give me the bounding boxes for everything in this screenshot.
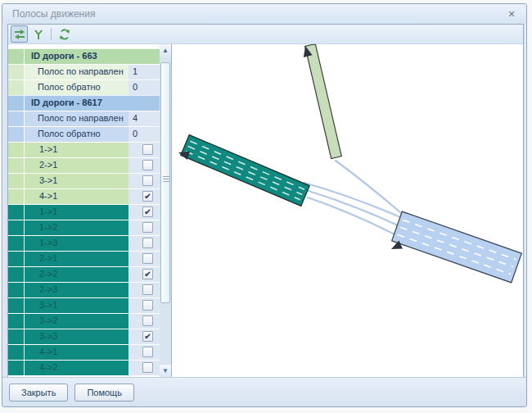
lane-checkbox[interactable]	[142, 175, 153, 186]
row-value	[128, 236, 160, 251]
row-value: 1	[128, 65, 160, 79]
table-row[interactable]: ID дороги - 663	[8, 48, 160, 64]
row-value: ✔	[128, 267, 160, 282]
row-label: 3->1	[25, 174, 128, 188]
table-row[interactable]: Полос по направлен1	[8, 64, 160, 79]
row-gutter	[8, 298, 25, 313]
row-label: 3->1	[25, 298, 128, 313]
toolbar-separator	[51, 28, 52, 40]
lane-checkbox[interactable]	[142, 222, 153, 233]
lane-checkbox[interactable]	[142, 315, 153, 326]
row-value	[128, 143, 160, 157]
table-row[interactable]: 4->1✔	[8, 188, 160, 204]
table-row[interactable]: 2->1	[8, 251, 160, 266]
table-row[interactable]: ID дороги - 8617	[8, 95, 160, 111]
row-gutter	[8, 80, 25, 95]
lane-checkbox[interactable]	[142, 238, 153, 248]
refresh-icon[interactable]	[56, 25, 73, 43]
lane-connector-line[interactable]	[336, 161, 401, 213]
row-label: ID дороги - 663	[25, 49, 128, 64]
row-label: 2->2	[25, 267, 128, 282]
table-row[interactable]: 3->1	[8, 173, 160, 188]
row-label: 2->1	[25, 252, 128, 266]
close-icon[interactable]: ✕	[505, 7, 518, 20]
lane-checkbox[interactable]: ✔	[142, 206, 153, 217]
row-gutter	[8, 111, 25, 126]
lane-connector-line[interactable]	[308, 197, 394, 234]
row-value	[128, 298, 160, 313]
main-area: ID дороги - 663Полос по направлен1Полос …	[8, 44, 523, 378]
lane-merge-icon[interactable]	[11, 25, 28, 43]
row-value: 0	[128, 80, 160, 95]
row-label: 1->1	[25, 143, 128, 157]
scroll-down-icon[interactable]: ▼	[160, 365, 171, 378]
table-row[interactable]: Полос по направлен4	[8, 111, 160, 126]
road-segment-8617-opposite[interactable]	[392, 211, 522, 283]
lane-checkbox[interactable]	[142, 253, 153, 264]
table-row[interactable]: 4->2	[8, 360, 160, 375]
scroll-up-icon[interactable]: ▲	[160, 44, 171, 57]
row-value	[128, 49, 160, 64]
lanes-table-wrap: ID дороги - 663Полос по направлен1Полос …	[8, 44, 171, 378]
table-row[interactable]: Полос обратно0	[8, 126, 160, 142]
table-row[interactable]: 3->2	[8, 313, 160, 329]
footer-bar: Закрыть Помощь	[2, 377, 526, 406]
row-value: ✔	[128, 205, 160, 220]
row-label: 4->1	[25, 345, 128, 360]
row-value: 0	[128, 127, 160, 142]
lane-checkbox[interactable]: ✔	[142, 191, 153, 202]
vertical-scrollbar[interactable]: ▲ ▼	[160, 44, 171, 378]
table-row[interactable]: 4->1	[8, 344, 160, 360]
diagram-svg	[172, 44, 523, 378]
table-row[interactable]: 1->2	[8, 220, 160, 235]
road-segment-663[interactable]	[305, 44, 342, 159]
row-gutter	[8, 158, 25, 173]
lane-checkbox[interactable]	[142, 300, 153, 311]
row-gutter	[8, 127, 25, 142]
row-gutter	[8, 236, 25, 251]
titlebar[interactable]: Полосы движения ✕	[2, 4, 526, 24]
table-row[interactable]: 3->3✔	[8, 329, 160, 344]
table-row[interactable]: 2->2✔	[8, 266, 160, 282]
row-label: 4->2	[25, 361, 128, 375]
row-label: 1->2	[25, 220, 128, 235]
row-value	[128, 361, 160, 375]
road-segment-8617-selected[interactable]	[181, 135, 309, 206]
lane-checkbox[interactable]	[142, 160, 153, 170]
lane-checkbox[interactable]	[142, 144, 153, 155]
table-row[interactable]: 3->1	[8, 297, 160, 313]
fork-icon[interactable]	[29, 25, 47, 43]
help-button[interactable]: Помощь	[74, 384, 134, 402]
row-gutter	[8, 314, 25, 329]
close-button[interactable]: Закрыть	[9, 384, 68, 402]
road-diagram[interactable]	[171, 44, 523, 378]
row-value	[128, 158, 160, 173]
table-row[interactable]: 1->3	[8, 235, 160, 251]
row-value	[128, 283, 160, 297]
dialog-title: Полосы движения	[12, 8, 95, 20]
lane-checkbox[interactable]: ✔	[142, 269, 153, 279]
row-label: Полос обратно	[25, 127, 128, 142]
row-gutter	[8, 267, 25, 282]
row-label: 4->1	[25, 189, 128, 204]
row-value: ✔	[128, 189, 160, 204]
scrollbar-thumb[interactable]	[160, 62, 170, 303]
lane-checkbox[interactable]	[142, 347, 153, 357]
row-value	[128, 174, 160, 188]
lane-checkbox[interactable]: ✔	[142, 331, 153, 342]
lane-checkbox[interactable]	[142, 362, 153, 373]
lane-checkbox[interactable]	[142, 284, 153, 295]
row-label: 2->1	[25, 158, 128, 173]
table-row[interactable]: 2->1	[8, 157, 160, 173]
row-label: 1->3	[25, 236, 128, 251]
row-value	[128, 220, 160, 235]
row-label: 3->2	[25, 314, 128, 329]
row-value: 4	[128, 111, 160, 126]
table-row[interactable]: 2->3	[8, 282, 160, 297]
table-row[interactable]: 1->1	[8, 142, 160, 157]
toolbar	[8, 25, 523, 44]
table-row[interactable]: Полос обратно0	[8, 79, 160, 95]
row-value	[128, 252, 160, 266]
table-row[interactable]: 1->1✔	[8, 204, 160, 220]
lane-connector-line[interactable]	[306, 190, 398, 225]
